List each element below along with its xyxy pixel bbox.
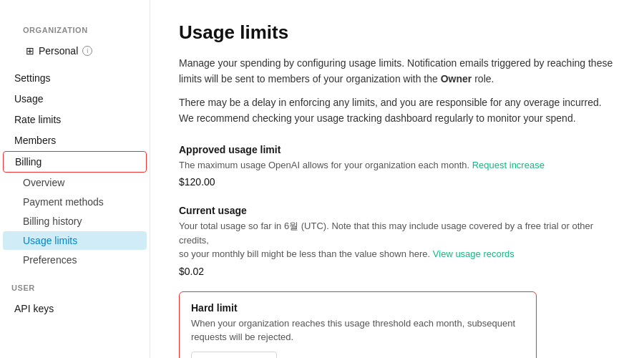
sidebar-item-rate-limits[interactable]: Rate limits bbox=[3, 110, 147, 130]
approved-limit-title: Approved usage limit bbox=[179, 144, 615, 155]
building-icon: ⊞ bbox=[26, 45, 34, 57]
payment-methods-label: Payment methods bbox=[23, 196, 104, 208]
sidebar-item-billing-history[interactable]: Billing history bbox=[3, 212, 147, 231]
approved-limit-amount: $120.00 bbox=[179, 176, 615, 188]
billing-history-label: Billing history bbox=[23, 216, 82, 227]
approved-limit-desc: The maximum usage OpenAI allows for your… bbox=[179, 158, 615, 173]
user-section-label: USER bbox=[0, 284, 150, 298]
request-increase-link[interactable]: Request increase bbox=[472, 160, 545, 170]
personal-label: Personal bbox=[39, 45, 78, 57]
sidebar-item-billing[interactable]: Billing bbox=[3, 151, 147, 173]
approved-limit-section: Approved usage limit The maximum usage O… bbox=[179, 144, 615, 188]
usage-limits-label: Usage limits bbox=[23, 235, 77, 246]
info-icon[interactable]: i bbox=[82, 46, 92, 56]
preferences-label: Preferences bbox=[23, 254, 77, 266]
sidebar-item-usage-limits[interactable]: Usage limits bbox=[3, 231, 147, 250]
overview-label: Overview bbox=[23, 177, 64, 188]
settings-label: Settings bbox=[14, 72, 51, 84]
description-2: There may be a delay in enforcing any li… bbox=[179, 95, 615, 127]
hard-limit-input[interactable] bbox=[191, 352, 277, 358]
view-usage-records-link[interactable]: View usage records bbox=[433, 248, 514, 259]
current-usage-section: Current usage Your total usage so far in… bbox=[179, 205, 615, 277]
page-title: Usage limits bbox=[179, 21, 615, 44]
current-usage-amount: $0.02 bbox=[179, 266, 615, 277]
api-keys-label: API keys bbox=[14, 303, 54, 314]
desc1-end: role. bbox=[472, 73, 494, 84]
current-usage-title: Current usage bbox=[179, 205, 615, 216]
sidebar: ORGANIZATION ⊞ Personal i Settings Usage… bbox=[0, 0, 150, 358]
sidebar-item-api-keys[interactable]: API keys bbox=[3, 299, 147, 319]
org-section-label: ORGANIZATION bbox=[11, 26, 138, 40]
desc1-text: Manage your spending by configuring usag… bbox=[179, 57, 613, 84]
hard-limit-box: Hard limit When your organization reache… bbox=[179, 291, 537, 358]
billing-label: Billing bbox=[15, 156, 42, 168]
sidebar-item-settings[interactable]: Settings bbox=[3, 68, 147, 88]
hard-limit-desc: When your organization reaches this usag… bbox=[191, 316, 525, 344]
owner-bold: Owner bbox=[441, 73, 472, 84]
sidebar-item-preferences[interactable]: Preferences bbox=[3, 251, 147, 269]
sidebar-item-members[interactable]: Members bbox=[3, 130, 147, 150]
sidebar-item-usage[interactable]: Usage bbox=[3, 89, 147, 109]
usage-label: Usage bbox=[14, 93, 43, 105]
members-label: Members bbox=[14, 135, 56, 146]
current-usage-desc: Your total usage so far in 6월 (UTC). Not… bbox=[179, 219, 615, 261]
hard-limit-title: Hard limit bbox=[191, 302, 525, 314]
hard-limit-input-group bbox=[191, 352, 525, 358]
sidebar-item-overview[interactable]: Overview bbox=[3, 173, 147, 192]
main-content: Usage limits Manage your spending by con… bbox=[150, 0, 644, 358]
description-1: Manage your spending by configuring usag… bbox=[179, 55, 615, 87]
sidebar-item-payment-methods[interactable]: Payment methods bbox=[3, 193, 147, 211]
sidebar-item-personal[interactable]: ⊞ Personal i bbox=[14, 41, 135, 61]
rate-limits-label: Rate limits bbox=[14, 114, 61, 125]
